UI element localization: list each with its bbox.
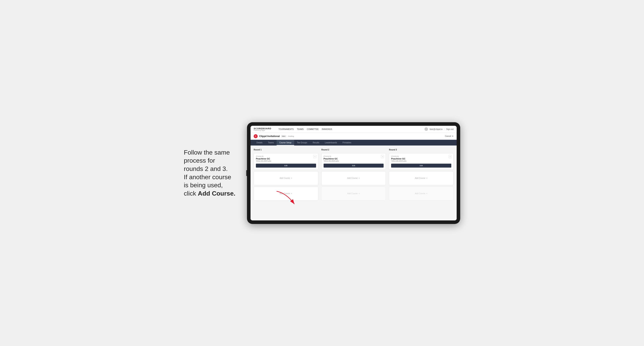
logo-area: SCOREBOARD Powered by clippd xyxy=(254,127,271,131)
nav-committee[interactable]: COMMITTEE xyxy=(307,128,319,131)
round-1-add-plus-2: + xyxy=(291,192,292,195)
round-3-add-plus-2: + xyxy=(426,192,428,195)
round-3-add-label-2: Add Course xyxy=(415,192,425,194)
round-1-course-card: ○ (Course A) Peachtree GC Yellow (M) (66… xyxy=(254,153,318,170)
tab-printables[interactable]: Printables xyxy=(340,140,354,146)
round-2-add-course-text-1: Add Course + xyxy=(347,177,360,179)
round-1-add-course-text-1: Add Course + xyxy=(280,177,292,179)
tablet-screen: SCOREBOARD Powered by clippd TOURNAMENTS… xyxy=(250,126,457,220)
nav-rankings[interactable]: RANKINGS xyxy=(322,128,332,131)
round-1-delete-button[interactable]: ○ xyxy=(313,155,316,158)
nav-items: TOURNAMENTS TEAMS COMMITTEE RANKINGS xyxy=(278,128,420,131)
round-2-add-plus-2: + xyxy=(358,192,360,195)
cancel-label: Cancel xyxy=(445,135,451,137)
nav-tournaments[interactable]: TOURNAMENTS xyxy=(278,128,294,131)
round-1-add-course-2[interactable]: Add Course + xyxy=(254,187,318,200)
nav-right: blair@clippd.io | Sign out xyxy=(424,127,454,131)
round-1-edit-button[interactable]: Edit xyxy=(256,164,316,168)
round-1-course-name: Peachtree GC xyxy=(256,158,316,160)
round-1-add-plus-1: + xyxy=(291,177,292,179)
tab-teams[interactable]: Teams xyxy=(265,140,276,146)
round-3-delete-button[interactable]: ○ xyxy=(448,155,452,158)
clippd-icon: C xyxy=(254,134,258,138)
round-3-edit-button[interactable]: Edit xyxy=(391,164,451,168)
round-2-add-label-2: Add Course xyxy=(347,192,358,194)
rounds-grid: Round 1 ○ (Course A) Peachtree GC Yellow… xyxy=(254,149,454,200)
instruction-text: Follow the same process for rounds 2 and… xyxy=(184,149,235,197)
round-2-title: Round 2 xyxy=(322,149,386,151)
round-1-add-label-1: Add Course xyxy=(280,177,290,179)
tab-details[interactable]: Details xyxy=(254,140,265,146)
main-content: Round 1 ○ (Course A) Peachtree GC Yellow… xyxy=(250,146,457,220)
close-icon: ✕ xyxy=(452,135,454,137)
tournament-header: C Clippd Invitational Men Hosting Cancel… xyxy=(250,133,457,140)
tablet-frame: SCOREBOARD Powered by clippd TOURNAMENTS… xyxy=(247,122,460,224)
logo-scoreboard: SCOREBOARD xyxy=(254,127,271,130)
round-3-add-course-2: Add Course + xyxy=(389,187,454,200)
round-2-add-course-2: Add Course + xyxy=(322,187,386,200)
user-email: blair@clippd.io xyxy=(430,128,443,130)
round-2-add-course-text-2: Add Course + xyxy=(347,192,360,195)
round-1-add-course-text-2: Add Course + xyxy=(280,192,292,195)
tab-results[interactable]: Results xyxy=(310,140,322,146)
nav-teams[interactable]: TEAMS xyxy=(297,128,304,131)
outer-container: Follow the same process for rounds 2 and… xyxy=(184,122,460,224)
round-3-column: Round 3 ○ (Course A) Peachtree GC Yellow… xyxy=(389,149,454,200)
round-2-add-label-1: Add Course xyxy=(347,177,358,179)
instruction-bold: Add Course. xyxy=(198,190,235,197)
round-1-column: Round 1 ○ (Course A) Peachtree GC Yellow… xyxy=(254,149,318,200)
round-3-add-label-1: Add Course xyxy=(415,177,425,179)
round-1-title: Round 1 xyxy=(254,149,318,151)
logo-sub: Powered by clippd xyxy=(254,130,271,131)
instruction-panel: Follow the same process for rounds 2 and… xyxy=(184,149,239,198)
round-2-course-card: ○ (Course A) Peachtree GC Yellow (M) (66… xyxy=(322,153,386,170)
top-nav: SCOREBOARD Powered by clippd TOURNAMENTS… xyxy=(250,126,457,133)
user-avatar xyxy=(424,127,428,131)
round-2-course-label: (Course A) xyxy=(324,155,384,157)
round-3-add-course-text-2: Add Course + xyxy=(415,192,428,195)
nav-divider: | xyxy=(444,128,445,130)
round-2-edit-button[interactable]: Edit xyxy=(324,164,384,168)
tablet-side-button xyxy=(246,170,247,176)
sign-out-link[interactable]: Sign out xyxy=(446,128,454,130)
round-3-course-name: Peachtree GC xyxy=(391,158,451,160)
round-1-add-course-1[interactable]: Add Course + xyxy=(254,171,318,185)
round-1-course-label: (Course A) xyxy=(256,155,316,157)
round-2-add-plus-1: + xyxy=(358,177,360,179)
round-2-course-details: Yellow (M) (6629 yds) xyxy=(324,160,384,162)
round-3-course-details: Yellow (M) (6629 yds) xyxy=(391,160,451,162)
tab-bar: Details Teams Course Setup Tee Groups Re… xyxy=(250,140,457,146)
round-2-add-course-1[interactable]: Add Course + xyxy=(322,171,386,185)
tournament-badge: Men xyxy=(281,135,286,137)
tournament-name: Clippd Invitational xyxy=(259,135,280,138)
hosting-badge: Hosting xyxy=(288,135,294,137)
round-2-course-name: Peachtree GC xyxy=(324,158,384,160)
round-1-add-label-2: Add Course xyxy=(280,192,290,194)
round-3-course-label: (Course A) xyxy=(391,155,451,157)
tab-course-setup[interactable]: Course Setup xyxy=(276,140,294,146)
cancel-button[interactable]: Cancel ✕ xyxy=(445,135,454,137)
round-3-title: Round 3 xyxy=(389,149,454,151)
round-3-add-course-text-1: Add Course + xyxy=(415,177,428,179)
round-3-course-card: ○ (Course A) Peachtree GC Yellow (M) (66… xyxy=(389,153,454,170)
round-1-course-details: Yellow (M) (6629 yds) xyxy=(256,160,316,162)
round-2-delete-button[interactable]: ○ xyxy=(381,155,384,158)
round-2-column: Round 2 ○ (Course A) Peachtree GC Yellow… xyxy=(322,149,386,200)
round-3-add-course-1[interactable]: Add Course + xyxy=(389,171,454,185)
tab-leaderboards[interactable]: Leaderboards xyxy=(322,140,340,146)
round-3-add-plus-1: + xyxy=(426,177,428,179)
tab-tee-groups[interactable]: Tee Groups xyxy=(294,140,310,146)
